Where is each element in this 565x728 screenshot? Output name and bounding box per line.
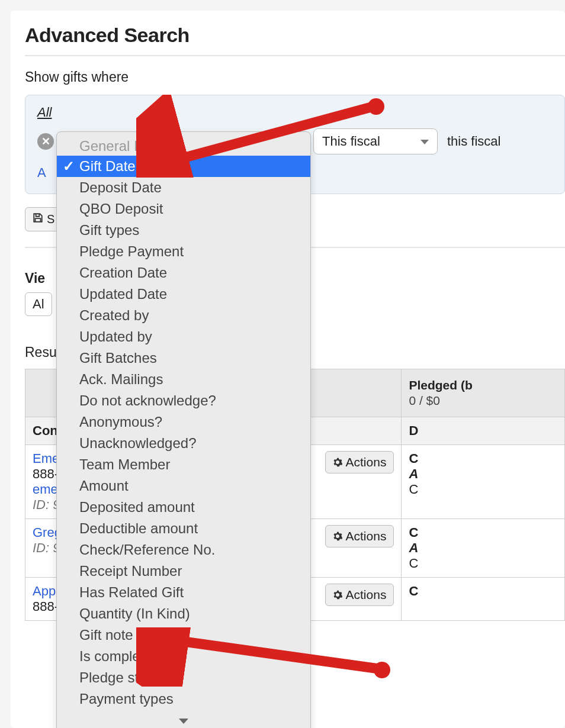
dropdown-scroll-indicator[interactable] <box>57 710 310 727</box>
dropdown-option[interactable]: Gift note <box>57 624 310 646</box>
dropdown-option[interactable]: Team Member <box>57 454 310 475</box>
date-range-text: this fiscal <box>446 129 502 154</box>
close-icon: ✕ <box>41 135 50 148</box>
dropdown-option[interactable]: Deposit Date <box>57 177 310 198</box>
actions-button[interactable]: Actions <box>325 451 394 473</box>
cell-date: C <box>402 578 565 621</box>
dropdown-group-header: General Info <box>57 134 310 156</box>
criteria-intro: Show gifts where <box>25 69 565 85</box>
dropdown-option[interactable]: Gift Batches <box>57 347 310 369</box>
dropdown-option[interactable]: Gift types <box>57 220 310 241</box>
view-select-value: Al <box>33 297 44 311</box>
dropdown-option[interactable]: QBO Deposit <box>57 198 310 220</box>
dropdown-option[interactable]: Anonymous? <box>57 411 310 433</box>
col-date[interactable]: D <box>402 417 565 445</box>
dropdown-option[interactable]: Pledge Payment <box>57 241 310 262</box>
dropdown-option[interactable]: Amount <box>57 475 310 497</box>
date-range-select[interactable]: This fiscal <box>313 128 438 154</box>
view-select[interactable]: Al <box>25 292 52 316</box>
dropdown-option[interactable]: Updated by <box>57 326 310 347</box>
dropdown-option[interactable]: Check/Reference No. <box>57 539 310 561</box>
actions-button[interactable]: Actions <box>325 525 394 547</box>
criteria-mode-label: All <box>37 105 52 120</box>
dropdown-option[interactable]: Receipt Number <box>57 561 310 582</box>
dropdown-option[interactable]: Quantity (In Kind) <box>57 603 310 624</box>
dropdown-option[interactable]: Gift Date <box>57 156 310 177</box>
summary-pledged: Pledged (b 0 / $0 <box>402 369 565 417</box>
dropdown-option[interactable]: Do not acknowledge? <box>57 390 310 411</box>
field-dropdown[interactable]: General Info Gift DateDeposit DateQBO De… <box>56 131 311 728</box>
dropdown-option[interactable]: Deductible amount <box>57 518 310 539</box>
divider <box>25 55 565 56</box>
gear-icon <box>333 458 342 467</box>
dropdown-option[interactable]: Pledge status <box>57 667 310 688</box>
remove-criteria-button[interactable]: ✕ <box>37 133 54 150</box>
dropdown-option[interactable]: Created by <box>57 305 310 326</box>
gear-icon <box>333 531 342 541</box>
dropdown-option[interactable]: Ack. Mailings <box>57 369 310 390</box>
dropdown-option[interactable]: Unacknowledged? <box>57 433 310 454</box>
dropdown-option[interactable]: Is completed? <box>57 646 310 667</box>
save-icon <box>33 212 43 226</box>
criteria-mode[interactable]: All <box>37 105 553 120</box>
gear-icon <box>333 590 342 600</box>
date-range-value: This fiscal <box>322 134 380 149</box>
dropdown-option[interactable]: Creation Date <box>57 262 310 284</box>
dropdown-option[interactable]: Payment types <box>57 688 310 710</box>
dropdown-option[interactable]: Has Related Gift <box>57 582 310 603</box>
dropdown-option[interactable]: Deposited amount <box>57 497 310 518</box>
dropdown-option[interactable]: Updated Date <box>57 284 310 305</box>
chevron-down-icon <box>179 719 188 724</box>
cell-date: CAC <box>402 519 565 578</box>
page-title: Advanced Search <box>25 24 565 53</box>
actions-button[interactable]: Actions <box>325 584 394 606</box>
save-button-label: S <box>47 212 54 226</box>
cell-date: CAC <box>402 445 565 519</box>
